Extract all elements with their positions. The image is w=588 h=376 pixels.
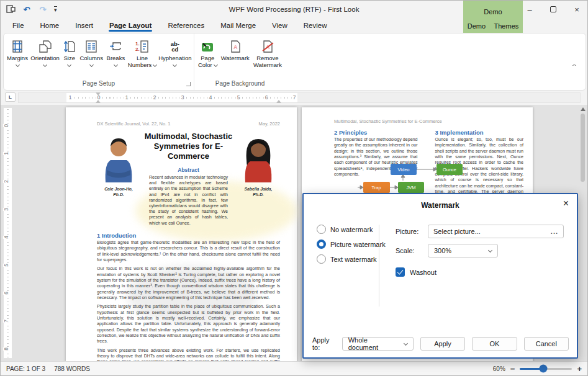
zoom-slider[interactable] bbox=[520, 368, 572, 370]
paragraph: Our focus in this work is not on whether… bbox=[97, 266, 280, 301]
chevron-down-icon bbox=[488, 248, 492, 252]
running-header: Multimodal, Stochastic Symmetries for E-… bbox=[334, 119, 523, 124]
radio-selected-icon bbox=[317, 239, 326, 249]
radio-icon bbox=[317, 225, 326, 234]
abstract-text: Recent advances in modular technology an… bbox=[149, 175, 228, 226]
tab-mail-merge[interactable]: Mail Merge bbox=[212, 19, 264, 33]
apply-button[interactable]: Apply bbox=[420, 337, 465, 351]
watermark-dialog: Watermark × No watermark Picture waterma… bbox=[302, 193, 578, 359]
size-icon bbox=[63, 38, 76, 55]
author-left: Cale Joon-Ho,Ph.D. bbox=[97, 132, 140, 226]
ruler-tick: 8 bbox=[3, 347, 10, 351]
ribbon-group-page-background: PageColor A Watermark A RemoveWatermark … bbox=[194, 34, 286, 90]
line-numbers-icon: 1.2. bbox=[135, 38, 150, 55]
remove-watermark-icon: A bbox=[261, 38, 274, 55]
radio-text-watermark[interactable]: Text watermark bbox=[317, 254, 379, 264]
dialog-title: Watermark bbox=[304, 194, 577, 210]
cancel-button[interactable]: Cancel bbox=[524, 337, 569, 351]
apply-to-combobox[interactable]: Whole document bbox=[342, 337, 414, 351]
hanging-indent-marker[interactable] bbox=[96, 100, 101, 103]
journal-header-right: May, 2022 bbox=[259, 121, 280, 127]
document-page-1[interactable]: DX Scientific Journal, Vol. 22, No. 1 Ma… bbox=[66, 107, 297, 361]
group-label-page-background: Page Background bbox=[194, 79, 286, 90]
tab-file[interactable]: File bbox=[4, 19, 32, 33]
tab-view[interactable]: View bbox=[264, 19, 296, 33]
first-line-indent-marker[interactable] bbox=[96, 92, 101, 96]
tab-themes[interactable]: Themes bbox=[494, 22, 519, 30]
ruler-tick: 4 bbox=[3, 236, 10, 239]
minimize-button[interactable]: – bbox=[525, 5, 534, 14]
size-button[interactable]: Size bbox=[60, 36, 78, 79]
ruler-tick: 0 bbox=[3, 124, 10, 127]
orientation-icon bbox=[38, 38, 53, 55]
orientation-button[interactable]: Orientation bbox=[30, 36, 60, 79]
breaks-button[interactable]: Breaks bbox=[104, 36, 127, 79]
scroll-up-icon[interactable] bbox=[581, 107, 586, 111]
word-count[interactable]: 788 WORDS bbox=[54, 365, 90, 372]
scale-combobox[interactable]: 300% bbox=[428, 244, 498, 257]
demo-panel: Demo Demo Themes bbox=[463, 1, 523, 33]
radio-no-watermark[interactable]: No watermark bbox=[317, 225, 379, 234]
tab-home[interactable]: Home bbox=[32, 19, 68, 33]
scrollbar-thumb[interactable] bbox=[581, 114, 585, 182]
ruler-tick: 1 bbox=[3, 152, 10, 155]
svg-text:Trap: Trap bbox=[371, 185, 381, 190]
vertical-ruler[interactable]: 0 1 2 3 4 5 6 7 8 bbox=[3, 107, 12, 359]
author-right: Sabella Jaida,Ph.D. bbox=[237, 132, 280, 226]
vertical-scrollbar[interactable] bbox=[579, 106, 586, 360]
author-photo-female bbox=[238, 132, 279, 182]
article-title: Multimodal, StochasticSymmetries for E-C… bbox=[143, 132, 234, 161]
dialog-launcher-icon[interactable] bbox=[186, 82, 191, 86]
ruler-tick: 3 bbox=[3, 208, 10, 211]
hyphenation-button[interactable]: ab-cd Hyphenation bbox=[158, 36, 192, 79]
redo-icon[interactable]: ↷ bbox=[38, 4, 48, 14]
ruler-tick: 5 bbox=[236, 95, 242, 101]
ribbon-group-page-setup: Margins Orientation Size bbox=[4, 34, 194, 90]
ruler-tick: 3 bbox=[180, 95, 186, 101]
columns-icon bbox=[84, 38, 98, 55]
svg-text:1.: 1. bbox=[135, 41, 140, 47]
undo-icon[interactable]: ↶ bbox=[22, 4, 32, 14]
ok-button[interactable]: OK bbox=[472, 337, 517, 351]
columns-button[interactable]: Columns bbox=[78, 36, 104, 79]
page-color-button[interactable]: PageColor bbox=[196, 36, 220, 79]
page-indicator[interactable]: PAGE: 1 OF 3 bbox=[6, 365, 45, 372]
collapse-ribbon-icon[interactable]: ˆ bbox=[572, 64, 576, 73]
chevron-down-icon bbox=[114, 62, 118, 66]
right-indent-marker[interactable] bbox=[276, 100, 281, 103]
close-button[interactable]: × bbox=[572, 5, 581, 14]
ruler-tick: 2 bbox=[152, 95, 158, 101]
margins-icon bbox=[11, 38, 24, 55]
tab-references[interactable]: References bbox=[160, 19, 212, 33]
customize-quick-access-icon[interactable]: ▾ bbox=[54, 6, 57, 12]
svg-text:2.: 2. bbox=[135, 47, 140, 52]
line-numbers-button[interactable]: 1.2. LineNumbers bbox=[127, 36, 158, 79]
maximize-button[interactable] bbox=[550, 6, 556, 12]
watermark-button[interactable]: A Watermark bbox=[220, 36, 251, 79]
tab-stop-selector[interactable]: L bbox=[5, 92, 16, 102]
radio-picture-watermark[interactable]: Picture watermark bbox=[317, 239, 379, 249]
browse-icon[interactable]: ... bbox=[551, 228, 558, 235]
ruler-tick: 2 bbox=[3, 180, 10, 183]
tab-insert[interactable]: Insert bbox=[67, 19, 101, 33]
zoom-in-icon[interactable]: + bbox=[577, 364, 582, 374]
horizontal-ruler[interactable]: 1 0 1 2 3 4 5 6 7 bbox=[18, 92, 581, 103]
washout-checkbox-row[interactable]: Washout bbox=[396, 267, 564, 277]
tab-demo[interactable]: Demo bbox=[468, 22, 486, 30]
tab-page-layout[interactable]: Page Layout bbox=[101, 19, 160, 33]
author-photo-male bbox=[98, 132, 139, 182]
dialog-close-icon[interactable]: × bbox=[563, 199, 569, 208]
picture-field[interactable]: Select picture... ... bbox=[428, 225, 564, 238]
margins-button[interactable]: Margins bbox=[5, 36, 30, 79]
ruler-tick: 7 bbox=[292, 95, 297, 101]
ruler-row: L 1 0 1 2 3 4 5 6 7 bbox=[1, 92, 587, 104]
tab-review[interactable]: Review bbox=[296, 19, 335, 33]
zoom-out-icon[interactable]: − bbox=[510, 364, 515, 374]
remove-watermark-button[interactable]: A RemoveWatermark bbox=[251, 36, 284, 79]
chevron-down-icon bbox=[67, 62, 71, 66]
app-icon bbox=[6, 4, 16, 14]
status-bar: PAGE: 1 OF 3 788 WORDS 60% − + bbox=[1, 361, 587, 375]
svg-text:JVM: JVM bbox=[407, 185, 416, 190]
zoom-slider-thumb[interactable] bbox=[540, 365, 548, 373]
ruler-tick: 4 bbox=[208, 95, 214, 101]
